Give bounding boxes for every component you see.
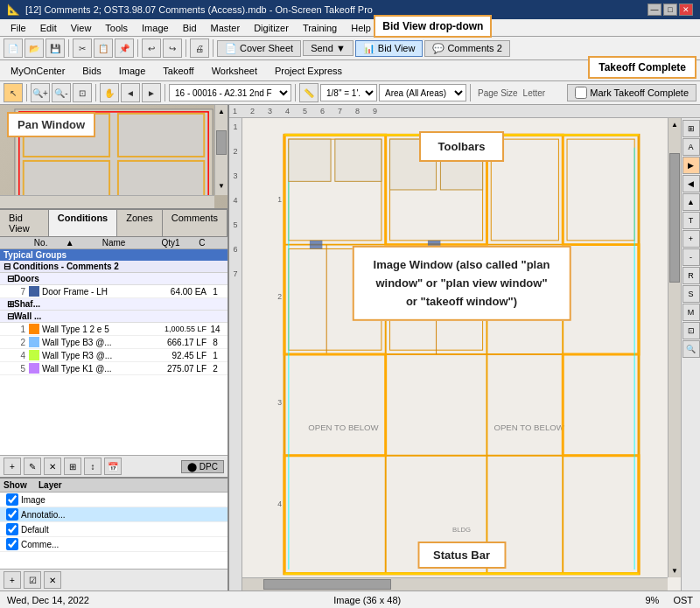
page-dropdown[interactable]: 16 - 00016 - A2.31 2nd F — [169, 84, 291, 101]
zoom-in-button[interactable]: 🔍+ — [31, 83, 50, 102]
pan-tool[interactable]: ✋ — [100, 83, 119, 102]
undo-button[interactable]: ↩ — [142, 38, 161, 58]
rt-btn-8[interactable]: - — [682, 248, 700, 266]
img-scroll-up[interactable]: ▲ — [668, 118, 681, 131]
rt-btn-5[interactable]: ▲ — [682, 193, 700, 211]
layer-default-checkbox[interactable] — [4, 523, 21, 535]
scale-button[interactable]: 📏 — [299, 83, 318, 102]
zoom-out-button[interactable]: 🔍- — [52, 83, 71, 102]
rt-btn-6[interactable]: T — [682, 212, 700, 229]
rt-btn-9[interactable]: R — [682, 267, 700, 284]
mark-complete-button[interactable]: Mark Takeoff Complete — [567, 84, 696, 101]
nav-bids[interactable]: Bids — [75, 65, 108, 77]
pan-scroll-v[interactable]: ▲ ▼ — [214, 105, 228, 195]
open-button[interactable]: 📂 — [24, 38, 44, 58]
menu-help[interactable]: Help — [344, 21, 378, 35]
menu-training[interactable]: Training — [296, 21, 344, 35]
rt-btn-10[interactable]: S — [682, 285, 700, 303]
menu-tools[interactable]: Tools — [98, 21, 135, 35]
layer-row-comments[interactable]: Comme... — [0, 537, 228, 552]
menu-file[interactable]: File — [4, 21, 33, 35]
wall-row-5[interactable]: 5 Wall Type K1 @... 275.07 LF 2 — [0, 362, 228, 375]
rt-btn-1[interactable]: ⊞ — [682, 120, 700, 137]
cursor-tool[interactable]: ↖ — [4, 83, 23, 102]
ct-grid-button[interactable]: ⊞ — [64, 458, 81, 475]
menu-bid[interactable]: Bid — [176, 21, 204, 35]
new-button[interactable]: 📄 — [4, 38, 23, 58]
copy-button[interactable]: 📋 — [94, 38, 113, 58]
nav-worksheet[interactable]: Worksheet — [205, 65, 264, 77]
ct-sort-button[interactable]: ↕ — [84, 458, 102, 475]
layer-row-image[interactable]: Image — [0, 493, 228, 507]
menu-digitizer[interactable]: Digitizer — [247, 21, 296, 35]
layer-comments-checkbox[interactable] — [4, 538, 21, 550]
nav-project-express[interactable]: Project Express — [268, 65, 349, 77]
save-button[interactable]: 💾 — [46, 38, 65, 58]
image-scroll-h[interactable] — [242, 577, 668, 591]
fit-page-button[interactable]: ⊡ — [73, 83, 92, 102]
layer-row-annotation[interactable]: Annotatio... — [0, 507, 228, 522]
rt-btn-12[interactable]: ⊡ — [682, 322, 700, 339]
bid-view-button[interactable]: 📊 Bid View Bid View drop-down — [355, 40, 424, 57]
menu-view[interactable]: View — [64, 21, 99, 35]
layer-add-button[interactable]: + — [4, 571, 21, 589]
paste-button[interactable]: 📌 — [115, 38, 134, 58]
walls-section[interactable]: ⊟ Wall ... — [0, 311, 228, 323]
wall-row-2[interactable]: 2 Wall Type B3 @... 666.17 LF 8 — [0, 336, 228, 349]
ct-delete-button[interactable]: ✕ — [44, 458, 61, 475]
rt-btn-3[interactable]: ▶ — [682, 157, 700, 174]
shafts-section[interactable]: ⊞ Shaf... — [0, 298, 228, 311]
area-dropdown[interactable]: Area (All Areas) — [379, 84, 466, 101]
minimize-button[interactable]: — — [648, 3, 662, 16]
rt-btn-4[interactable]: ◀ — [682, 175, 700, 192]
print-button[interactable]: 🖨 — [190, 38, 209, 58]
nav-takeoff[interactable]: Takeoff — [156, 65, 200, 77]
layer-delete-button[interactable]: ✕ — [44, 571, 61, 589]
nav-myoncenter[interactable]: MyOnCenter — [4, 65, 72, 77]
layer-annotation-checkbox[interactable] — [4, 508, 21, 521]
cover-sheet-button[interactable]: 📄 Cover Sheet — [217, 40, 301, 57]
pan-scroll-thumb-v[interactable] — [216, 130, 227, 155]
pan-scroll-down[interactable]: ▼ — [215, 179, 228, 192]
scale-dropdown[interactable]: 1/8" = 1'... — [320, 84, 377, 101]
menu-edit[interactable]: Edit — [33, 21, 64, 35]
nav-image[interactable]: Image — [112, 65, 153, 77]
close-button[interactable]: ✕ — [679, 3, 693, 16]
pan-scroll-h[interactable] — [0, 195, 214, 208]
rt-btn-13[interactable]: 🔍 — [682, 340, 700, 358]
layer-row-default[interactable]: Default — [0, 522, 228, 537]
cut-button[interactable]: ✂ — [73, 38, 92, 58]
bid-view-icon: 📊 — [363, 43, 375, 54]
pan-scroll-up[interactable]: ▲ — [215, 105, 228, 118]
img-scroll-down[interactable]: ▼ — [668, 564, 681, 577]
wall-row-1[interactable]: 1 Wall Type 1 2 e 5 1,000.55 LF 14 — [0, 323, 228, 336]
tab-zones[interactable]: Zones — [117, 210, 163, 236]
door-frame-row[interactable]: 7 Door Frame - LH 64.00 EA 1 — [0, 285, 228, 298]
ct-calendar-button[interactable]: 📅 — [104, 458, 122, 475]
tab-comments[interactable]: Comments — [163, 210, 228, 236]
rt-btn-7[interactable]: + — [682, 230, 700, 248]
mark-complete-checkbox[interactable] — [575, 87, 587, 99]
rt-btn-11[interactable]: M — [682, 304, 700, 321]
ct-add-button[interactable]: + — [4, 458, 21, 475]
doors-section[interactable]: ⊟ Doors — [0, 273, 228, 285]
ct-edit-button[interactable]: ✎ — [24, 458, 41, 475]
prev-page-button[interactable]: ◄ — [121, 83, 140, 102]
img-scroll-thumb-h[interactable] — [263, 579, 391, 590]
image-scroll-v[interactable]: ▲ ▼ — [668, 118, 681, 577]
layer-image-checkbox[interactable] — [4, 493, 21, 506]
comments-tab-button[interactable]: 💬 Comments 2 — [424, 40, 509, 57]
tab-conditions[interactable]: Conditions — [49, 210, 117, 236]
tab-bid-view[interactable]: Bid View — [0, 210, 49, 236]
layer-check-button[interactable]: ☑ — [24, 571, 41, 589]
menu-master[interactable]: Master — [204, 21, 248, 35]
conditions-body: Typical Groups ⊟ Conditions - Comments 2… — [0, 249, 228, 455]
rt-btn-2[interactable]: A — [682, 138, 700, 156]
send-button[interactable]: Send ▼ — [303, 40, 354, 56]
maximize-button[interactable]: □ — [663, 3, 677, 16]
next-page-button[interactable]: ► — [142, 83, 161, 102]
redo-button[interactable]: ↪ — [163, 38, 182, 58]
img-scroll-thumb-v[interactable] — [669, 153, 680, 283]
menu-image[interactable]: Image — [135, 21, 176, 35]
wall-row-4[interactable]: 4 Wall Type R3 @... 92.45 LF 1 — [0, 349, 228, 362]
